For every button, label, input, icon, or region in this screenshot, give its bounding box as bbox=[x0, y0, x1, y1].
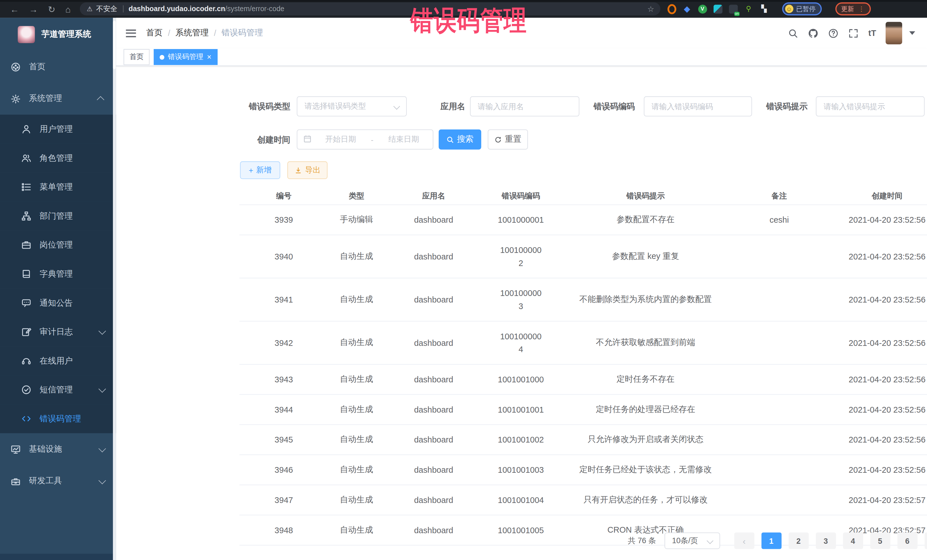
scrollbar-thumb[interactable] bbox=[113, 21, 116, 69]
sidebar-item-用户管理[interactable]: 用户管理 bbox=[0, 115, 116, 144]
update-badge-label: 更新 bbox=[841, 5, 854, 14]
org-tree-icon bbox=[21, 211, 31, 221]
table-cell: 3946 bbox=[239, 457, 328, 483]
sidebar-item-label: 部门管理 bbox=[40, 211, 73, 221]
sidebar-item-字典管理[interactable]: 字典管理 bbox=[0, 260, 116, 288]
breadcrumb-item-current: 错误码管理 bbox=[222, 28, 263, 38]
tags-view-bar: 首页错误码管理× bbox=[116, 49, 927, 66]
sidebar-item-部门管理[interactable]: 部门管理 bbox=[0, 202, 116, 231]
address-bar[interactable]: ⚠ 不安全 dashboard.yudao.iocoder.cn /system… bbox=[80, 2, 660, 15]
table-cell: 3945 bbox=[239, 426, 328, 452]
kebab-menu-icon[interactable]: ⋮ bbox=[858, 5, 865, 13]
chevron-down-icon[interactable] bbox=[909, 31, 915, 35]
page-size-select[interactable]: 10条/页 bbox=[664, 533, 720, 549]
date-range-picker[interactable]: 开始日期 - 结束日期 bbox=[296, 129, 433, 149]
extension-icon[interactable]: ▚ bbox=[760, 5, 768, 14]
sidebar-footer bbox=[0, 554, 113, 560]
breadcrumb-separator: / bbox=[168, 28, 170, 38]
help-icon[interactable] bbox=[828, 28, 838, 38]
column-header: 应用名 bbox=[385, 191, 482, 201]
security-label[interactable]: 不安全 bbox=[96, 4, 117, 14]
audit-log-icon bbox=[21, 326, 31, 337]
extension-icon[interactable]: V bbox=[698, 5, 707, 14]
sidebar-item-基础设施[interactable]: 基础设施 bbox=[0, 433, 116, 465]
extension-icon[interactable] bbox=[713, 5, 722, 14]
extension-icon[interactable]: ◆ bbox=[682, 5, 691, 14]
browser-forward-icon[interactable]: → bbox=[29, 5, 38, 14]
sidebar-item-菜单管理[interactable]: 菜单管理 bbox=[0, 173, 116, 202]
sidebar-item-通知公告[interactable]: 通知公告 bbox=[0, 288, 116, 317]
sidebar-item-在线用户[interactable]: 在线用户 bbox=[0, 346, 116, 375]
search-button[interactable]: 搜索 bbox=[439, 129, 481, 149]
breadcrumb-item[interactable]: 首页 bbox=[146, 28, 163, 38]
browser-home-icon[interactable]: ⌂ bbox=[65, 5, 71, 14]
fullscreen-icon[interactable] bbox=[848, 28, 858, 38]
export-button[interactable]: 导出 bbox=[287, 161, 327, 179]
active-dot-icon bbox=[160, 55, 164, 59]
export-button-label: 导出 bbox=[305, 165, 321, 175]
extension-icon[interactable] bbox=[667, 5, 676, 14]
table-cell bbox=[732, 291, 827, 308]
breadcrumb-item[interactable]: 系统管理 bbox=[175, 28, 208, 38]
page-button-4[interactable]: 4 bbox=[843, 533, 863, 549]
sidebar-item-岗位管理[interactable]: 岗位管理 bbox=[0, 231, 116, 260]
table-cell: 2021-04-20 23:52:57 bbox=[827, 487, 927, 513]
table-cell: 2021-04-20 23:52:56 bbox=[827, 243, 927, 269]
update-badge[interactable]: 更新 ⋮ bbox=[835, 2, 871, 15]
close-icon[interactable]: × bbox=[207, 53, 211, 61]
annotation-title: 错误码管理 bbox=[410, 2, 527, 39]
avatar[interactable] bbox=[886, 22, 902, 44]
app-name-input[interactable] bbox=[471, 102, 579, 111]
add-button[interactable]: + 新增 bbox=[240, 161, 280, 179]
search-icon[interactable] bbox=[788, 28, 798, 38]
infrastructure-icon bbox=[10, 444, 21, 454]
tab-首页[interactable]: 首页 bbox=[123, 49, 149, 65]
tab-错误码管理[interactable]: 错误码管理× bbox=[154, 49, 217, 65]
table-cell: dashboard bbox=[385, 330, 482, 356]
more-pages-button[interactable]: ••• bbox=[924, 533, 927, 549]
sidebar-scrollbar[interactable] bbox=[113, 18, 116, 560]
hamburger-icon[interactable] bbox=[126, 29, 136, 37]
page-button-1[interactable]: 1 bbox=[761, 533, 781, 549]
table-cell bbox=[732, 431, 827, 448]
table-cell: 不允许获取敏感配置到前端 bbox=[559, 329, 732, 356]
github-icon[interactable] bbox=[808, 28, 818, 38]
bookmark-star-icon[interactable]: ☆ bbox=[647, 5, 654, 14]
sidebar-item-短信管理[interactable]: 短信管理 bbox=[0, 375, 116, 404]
pagination: 共 76 条 10条/页 ‹123456•••8› 前往 页 bbox=[628, 533, 927, 549]
sidebar-item-研发工具[interactable]: 研发工具 bbox=[0, 465, 116, 497]
page-button-2[interactable]: 2 bbox=[789, 533, 808, 549]
gear-icon bbox=[10, 93, 21, 104]
prev-page-button[interactable]: ‹ bbox=[734, 533, 754, 549]
sidebar-item-首页[interactable]: 首页 bbox=[0, 51, 116, 83]
table-cell: 1001001003 bbox=[482, 455, 559, 485]
error-type-select[interactable]: 请选择错误码类型 bbox=[296, 96, 407, 116]
extensions-row: ◆ V on ⚲ ▚ ☺ 已暂停 更新 ⋮ bbox=[667, 2, 871, 15]
chevron-down-icon bbox=[99, 385, 106, 393]
sidebar-item-错误码管理[interactable]: 错误码管理 bbox=[0, 404, 116, 433]
error-msg-input[interactable] bbox=[816, 102, 924, 111]
sidebar-item-角色管理[interactable]: 角色管理 bbox=[0, 144, 116, 173]
extension-icon[interactable]: on bbox=[729, 5, 738, 14]
reset-button[interactable]: 重置 bbox=[488, 129, 528, 149]
sidebar-item-审计日志[interactable]: 审计日志 bbox=[0, 317, 116, 346]
app-logo-row[interactable]: 芋道管理系统 bbox=[0, 18, 116, 51]
table-cell bbox=[732, 248, 827, 265]
browser-reload-icon[interactable]: ↻ bbox=[48, 5, 55, 14]
table-row: 3947自动生成dashboard1001001004只有开启状态的任务，才可以… bbox=[239, 485, 927, 516]
sidebar-item-系统管理[interactable]: 系统管理 bbox=[0, 83, 116, 115]
error-code-input[interactable] bbox=[644, 102, 751, 111]
paused-badge[interactable]: ☺ 已暂停 bbox=[782, 2, 821, 15]
table-cell: 2021-04-20 23:52:56 bbox=[827, 330, 927, 356]
page-button-6[interactable]: 6 bbox=[897, 533, 917, 549]
font-size-icon[interactable]: tT bbox=[868, 28, 876, 38]
extension-icon[interactable]: ⚲ bbox=[744, 5, 753, 14]
page-button-3[interactable]: 3 bbox=[816, 533, 836, 549]
table-cell: 3941 bbox=[239, 287, 328, 313]
header-icons: tT bbox=[788, 28, 876, 38]
app-name-field-wrap bbox=[470, 96, 579, 116]
table-cell bbox=[732, 371, 827, 388]
page-button-5[interactable]: 5 bbox=[870, 533, 890, 549]
browser-back-icon[interactable]: ← bbox=[10, 5, 19, 14]
table-cell: 3940 bbox=[239, 243, 328, 269]
